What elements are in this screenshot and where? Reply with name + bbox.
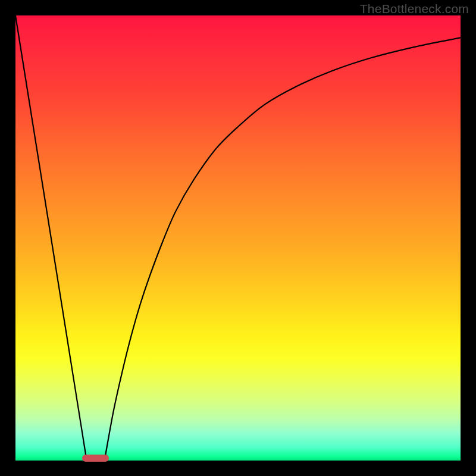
- chart-frame: TheBottleneck.com: [0, 0, 476, 476]
- series-right-curve: [105, 37, 461, 461]
- chart-overlay: [15, 15, 461, 461]
- series-left-line: [15, 15, 87, 461]
- bottleneck-marker: [82, 455, 109, 462]
- watermark-text: TheBottleneck.com: [360, 2, 469, 16]
